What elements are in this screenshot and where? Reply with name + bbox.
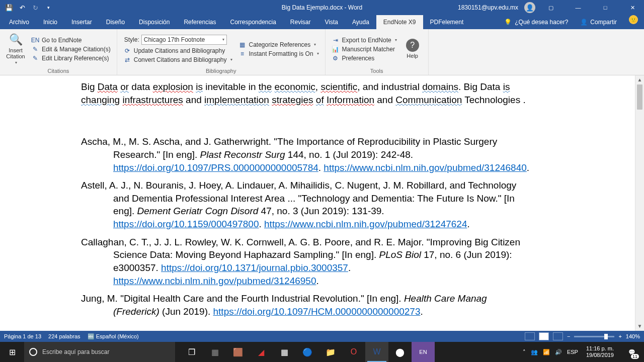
- page-indicator[interactable]: Página 1 de 13: [4, 333, 41, 340]
- tab-diseño[interactable]: Diseño: [99, 15, 132, 29]
- edit-citation-icon: ✎: [31, 46, 39, 53]
- tab-archivo[interactable]: Archivo: [2, 15, 36, 29]
- vertical-scrollbar[interactable]: ▲ ▼: [635, 75, 644, 331]
- style-label: Style:: [124, 36, 139, 43]
- chevron-down-icon: ▾: [222, 37, 224, 42]
- task-view-icon[interactable]: ❐: [180, 342, 203, 362]
- endnote-icon: EN: [31, 37, 39, 44]
- taskbar-calculator[interactable]: ▦: [273, 342, 296, 362]
- manuscript-matcher-button[interactable]: 📊Manuscript Matcher: [331, 45, 398, 53]
- start-button[interactable]: ⊞: [0, 342, 24, 362]
- taskbar-opera[interactable]: O: [342, 342, 365, 362]
- zoom-slider[interactable]: [574, 336, 614, 337]
- convert-icon: ⇄: [123, 56, 131, 63]
- tray-volume-icon[interactable]: 🔊: [555, 349, 562, 355]
- scroll-down-icon[interactable]: ▼: [635, 322, 644, 331]
- reference-link[interactable]: https://www.ncbi.nlm.nih.gov/pubmed/3124…: [324, 162, 526, 173]
- taskbar-explorer[interactable]: 📁: [319, 342, 342, 362]
- tab-pdfelement[interactable]: PDFelement: [423, 15, 471, 29]
- qat-customize-icon[interactable]: ▾: [42, 2, 54, 14]
- taskbar-word[interactable]: W: [365, 342, 388, 362]
- help-icon: ?: [406, 39, 419, 52]
- print-layout-view-button[interactable]: [539, 332, 549, 340]
- read-mode-view-button[interactable]: [525, 332, 535, 340]
- tab-vista[interactable]: Vista: [318, 15, 345, 29]
- scrollbar-thumb[interactable]: [637, 84, 642, 110]
- update-citations-button[interactable]: ⟳Update Citations and Bibliography: [122, 47, 233, 55]
- tray-chevron-up-icon[interactable]: ˄: [523, 349, 526, 355]
- tray-people-icon[interactable]: 👥: [531, 349, 538, 355]
- tab-referencias[interactable]: Referencias: [177, 15, 223, 29]
- taskbar-app-1[interactable]: ▦: [203, 342, 226, 362]
- taskbar-app-2[interactable]: 🟫: [226, 342, 250, 362]
- instant-formatting-button[interactable]: ≡Instant Formatting is On▾: [237, 50, 320, 58]
- go-to-endnote-button[interactable]: ENGo to EndNote: [30, 36, 112, 44]
- maximize-icon[interactable]: □: [594, 0, 617, 15]
- insert-citation-icon: 🔍: [9, 33, 23, 46]
- zoom-slider-knob[interactable]: [604, 334, 608, 339]
- tab-inicio[interactable]: Inicio: [36, 15, 64, 29]
- edit-manage-citations-button[interactable]: ✎Edit & Manage Citation(s): [30, 45, 112, 53]
- taskbar-chrome[interactable]: 🔵: [296, 342, 319, 362]
- word-count[interactable]: 224 palabras: [48, 333, 80, 340]
- tab-insertar[interactable]: Insertar: [64, 15, 99, 29]
- tell-me-search[interactable]: 💡 ¿Qué desea hacer?: [498, 15, 574, 29]
- export-to-endnote-button[interactable]: ⇥Export to EndNote▾: [331, 36, 398, 44]
- reference-link[interactable]: https://doi.org/10.1159/000497800: [113, 219, 259, 229]
- edit-reference-icon: ✎: [31, 55, 39, 62]
- intro-paragraph: Big Data or data explosion is inevitable…: [81, 80, 534, 106]
- bibliography-entry: Callaghan, C. T., J. J. L. Rowley, W. K.…: [81, 236, 534, 288]
- ribbon-tabs: ArchivoInicioInsertarDiseñoDisposiciónRe…: [0, 15, 644, 29]
- close-icon[interactable]: ✕: [621, 0, 644, 15]
- zoom-out-button[interactable]: −: [567, 333, 570, 339]
- action-center-icon[interactable]: 💬11: [622, 342, 642, 362]
- reference-link[interactable]: https://www.ncbi.nlm.nih.gov/pubmed/3124…: [113, 276, 316, 286]
- reference-link[interactable]: https://doi.org/10.1097/HCM.000000000000…: [213, 306, 421, 317]
- reference-link[interactable]: https://doi.org/10.1097/PRS.000000000000…: [113, 162, 318, 173]
- tab-disposición[interactable]: Disposición: [132, 15, 177, 29]
- tray-network-icon[interactable]: 📶: [543, 349, 550, 355]
- taskbar-endnote[interactable]: EN: [412, 342, 435, 362]
- tray-language[interactable]: ESP: [567, 349, 578, 355]
- title-bar: 💾 ↶ ↻ ▾ Big Data Ejemplo.docx - Word 183…: [0, 0, 644, 15]
- reference-link[interactable]: https://www.ncbi.nlm.nih.gov/pubmed/3124…: [264, 219, 467, 229]
- share-button[interactable]: 👤 Compartir: [574, 15, 623, 29]
- taskbar-adobe[interactable]: ◢: [250, 342, 273, 362]
- convert-citations-button[interactable]: ⇄Convert Citations and Bibliography▾: [122, 56, 233, 64]
- bibliography-entry: Ascha, M., M. S. Ascha, and J. Gatherwri…: [81, 135, 534, 174]
- preferences-button[interactable]: ⚙Preferences: [331, 54, 398, 62]
- group-citations: 🔍 Insert Citation ▾ ENGo to EndNote ✎Edi…: [0, 29, 117, 75]
- help-button[interactable]: ? Help: [400, 30, 425, 68]
- insert-citation-button[interactable]: 🔍 Insert Citation ▾: [3, 30, 28, 68]
- tab-endnote-x9[interactable]: EndNote X9: [376, 15, 423, 29]
- taskbar-search[interactable]: Escribe aquí para buscar: [24, 342, 175, 362]
- scroll-up-icon[interactable]: ▲: [635, 75, 644, 84]
- user-avatar-icon[interactable]: 👤: [524, 2, 535, 13]
- lightbulb-icon: 💡: [504, 19, 512, 26]
- reference-link[interactable]: https://doi.org/10.1371/journal.pbio.300…: [161, 262, 348, 273]
- categorize-references-button[interactable]: ▦Categorize References▾: [237, 41, 320, 49]
- tab-ayuda[interactable]: Ayuda: [345, 15, 376, 29]
- cortana-icon: [29, 348, 37, 356]
- redo-icon[interactable]: ↻: [29, 2, 41, 14]
- chevron-down-icon: ▾: [230, 57, 232, 62]
- language-indicator[interactable]: 🔤 Español (México): [88, 333, 139, 340]
- zoom-level[interactable]: 140%: [626, 333, 640, 339]
- feedback-smiley-icon[interactable]: 🙂: [629, 15, 638, 24]
- document-area[interactable]: Big Data or data explosion is inevitable…: [0, 75, 635, 331]
- edit-library-references-button[interactable]: ✎Edit Library Reference(s): [30, 54, 112, 62]
- tab-correspondencia[interactable]: Correspondencia: [223, 15, 283, 29]
- group-label-bibliography: Bibliography: [120, 68, 322, 75]
- taskbar-obs[interactable]: ⬤: [388, 342, 412, 362]
- document-page: Big Data or data explosion is inevitable…: [71, 75, 564, 318]
- save-icon[interactable]: 💾: [3, 2, 15, 14]
- tray-clock[interactable]: 11:16 p. m. 19/08/2019: [583, 345, 617, 358]
- user-email: 1830151@upv.edu.mx: [458, 4, 518, 11]
- style-dropdown[interactable]: Chicago 17th Footnote▾: [141, 35, 227, 45]
- undo-icon[interactable]: ↶: [16, 2, 28, 14]
- web-layout-view-button[interactable]: [553, 332, 563, 340]
- minimize-icon[interactable]: —: [567, 0, 590, 15]
- ribbon-display-icon[interactable]: ▢: [539, 0, 562, 15]
- tab-revisar[interactable]: Revisar: [283, 15, 318, 29]
- zoom-in-button[interactable]: +: [618, 333, 621, 339]
